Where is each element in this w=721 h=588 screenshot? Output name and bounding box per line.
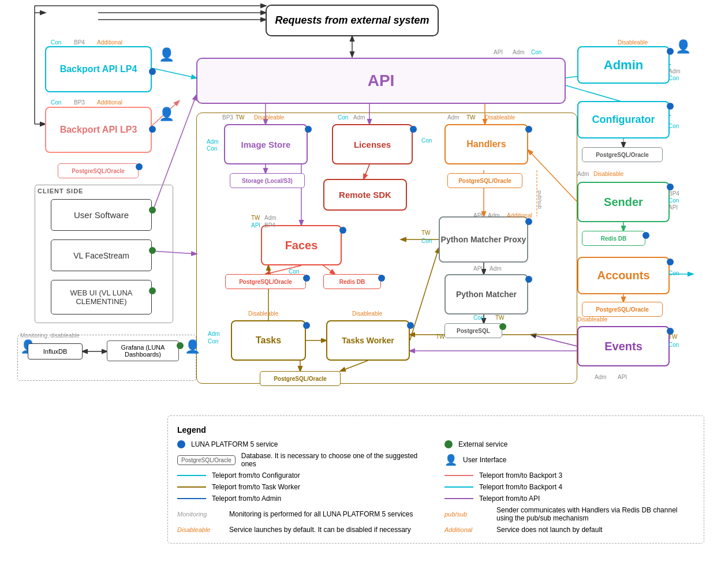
storage-label: Storage (Local/S3)	[242, 178, 293, 184]
con-matcher: Con	[473, 314, 484, 321]
user-software-label: User Software	[74, 210, 129, 220]
pg-configurator-label: PostgreSQL/Oracle	[596, 152, 649, 158]
legend-luna-service-text: LUNA PLATFORM 5 service	[191, 440, 278, 448]
con-is: Con	[207, 145, 217, 152]
pg-tasks-label: PostgreSQL/Oracle	[274, 376, 327, 382]
adm-matcher: Adm	[490, 265, 502, 272]
api-label: API	[368, 72, 395, 90]
accounts-dot	[667, 259, 674, 265]
tasks-label: Tasks	[256, 335, 281, 346]
backport4-box: Backport API LP4	[45, 46, 152, 92]
backport3-dot	[149, 126, 156, 133]
backport3-label: Backport API LP3	[60, 125, 137, 135]
disableable-handlers: Disableable	[485, 114, 515, 121]
accounts-label: Accounts	[597, 269, 649, 282]
legend-line-cyan2	[444, 486, 473, 488]
legend-dot-green	[444, 440, 453, 448]
faces-box: Faces	[261, 225, 342, 265]
adm-lic: Adm	[353, 114, 365, 121]
remotesdk-box: Remote SDK	[323, 179, 407, 211]
web-ui-box: WEB UI (VL LUNA CLEMENTINE)	[51, 280, 152, 314]
legend-person-icon: 👤	[444, 455, 457, 465]
con-bp3: Con	[51, 99, 61, 106]
bp3-is: BP3	[222, 114, 233, 121]
remotesdk-label: Remote SDK	[339, 190, 391, 200]
legend-teleport-configurator-text: Teleport from/to Configurator	[212, 471, 300, 480]
con-configurator: Con	[668, 123, 679, 129]
legend-line-pink	[444, 475, 473, 476]
additional-proxy: Additional	[507, 212, 532, 219]
events-label: Events	[604, 340, 642, 353]
adm-label-top: Adm	[513, 49, 525, 55]
adm-admin: Adm	[668, 68, 681, 74]
redis-faces-dot	[378, 275, 385, 282]
vl-facestream-dot	[149, 247, 156, 254]
bp4-sender: BP4	[668, 190, 679, 197]
diagram: Requests from external system API API Ad…	[0, 0, 721, 404]
legend-row-database: PostgreSQL/Oracle Database. It is necess…	[177, 452, 427, 468]
tasks-dot	[303, 322, 310, 329]
adm-events: Adm	[595, 374, 607, 380]
backport4-label: Backport API LP4	[60, 64, 137, 74]
svg-line-8	[152, 68, 196, 78]
disableable-admin: Disableable	[618, 39, 648, 46]
pg-faces-dot	[303, 275, 310, 282]
monitoring-label: Monitoring, disableable	[20, 332, 80, 339]
grafana-dot	[177, 342, 184, 349]
bp4-faces: BP4	[264, 222, 275, 229]
tasksworker-dot	[407, 322, 414, 329]
tw-tw: TW	[436, 334, 445, 340]
adm-sender: Adm	[577, 171, 589, 177]
legend-grid: LUNA PLATFORM 5 service External service…	[177, 440, 694, 534]
api-sender: API	[668, 204, 678, 211]
admin-label: Admin	[604, 58, 643, 73]
legend-line-purple	[444, 498, 473, 499]
disableable-sender: Disableable	[593, 171, 623, 177]
tasksworker-label: Tasks Worker	[342, 336, 394, 345]
api-proxy: API	[473, 212, 483, 219]
api-box: API	[196, 58, 566, 104]
admin-box: Admin	[577, 46, 670, 84]
configurator-label: Configurator	[592, 114, 655, 126]
legend-teleport-api-text: Teleport from/to API	[479, 495, 540, 503]
pg-backport3-dot	[136, 163, 143, 170]
pg-tasks-box: PostgreSQL/Oracle	[260, 371, 341, 386]
legend-title: Legend	[177, 425, 694, 435]
svg-line-31	[341, 361, 368, 371]
legend-line-blue	[177, 498, 206, 499]
con-handlers: Con	[421, 137, 432, 144]
additional-bp3: Additional	[97, 99, 122, 106]
pymatcher-box: Python Matcher	[444, 274, 528, 314]
svg-line-32	[410, 248, 439, 340]
person-backport3: 👤	[159, 107, 174, 122]
storage-box: Storage (Local/S3)	[230, 173, 305, 188]
con-accounts: Con	[668, 270, 679, 276]
legend-teleport-tw-text: Teleport from/to Task Worker	[212, 483, 300, 491]
web-ui-label: WEB UI (VL LUNA CLEMENTINE)	[51, 289, 151, 306]
tasksworker-box: Tasks Worker	[326, 320, 410, 361]
events-box: Events	[577, 326, 670, 366]
svg-line-33	[531, 335, 577, 346]
legend-disableable-text: Service launches by default. It can be d…	[229, 526, 411, 534]
legend-row-teleport-bp3: Teleport from/to Backport 3	[444, 471, 694, 480]
legend-row-teleport-bp4: Teleport from/to Backport 4	[444, 483, 694, 491]
adm-proxy: Adm	[488, 212, 500, 219]
imagestore-label: Image Store	[241, 140, 291, 149]
api-matcher: API	[473, 265, 483, 272]
legend-disableable-label: Disableable	[177, 526, 223, 533]
tasks-box: Tasks	[231, 320, 306, 361]
vl-facestream-label: VL FaceStream	[73, 251, 129, 260]
requests-label: Requests from external system	[275, 14, 429, 27]
pg-accounts-label: PostgreSQL/Oracle	[596, 306, 649, 313]
pymatcher-proxy-box: Python Matcher Proxy	[439, 216, 528, 263]
pymatcher-proxy-label: Python Matcher Proxy	[441, 235, 526, 244]
client-side-label: CLIENT SIDE	[38, 188, 83, 194]
legend-line-cyan	[177, 475, 206, 476]
licenses-box: Licenses	[332, 124, 413, 164]
legend-monitoring-label: Monitoring	[177, 511, 223, 518]
user-software-dot	[149, 207, 156, 214]
tw-handlers: TW	[466, 114, 476, 121]
legend-additional-text: Service does not launch by default	[496, 526, 602, 534]
tw-matcher: TW	[495, 314, 505, 321]
sender-label: Sender	[604, 196, 643, 209]
